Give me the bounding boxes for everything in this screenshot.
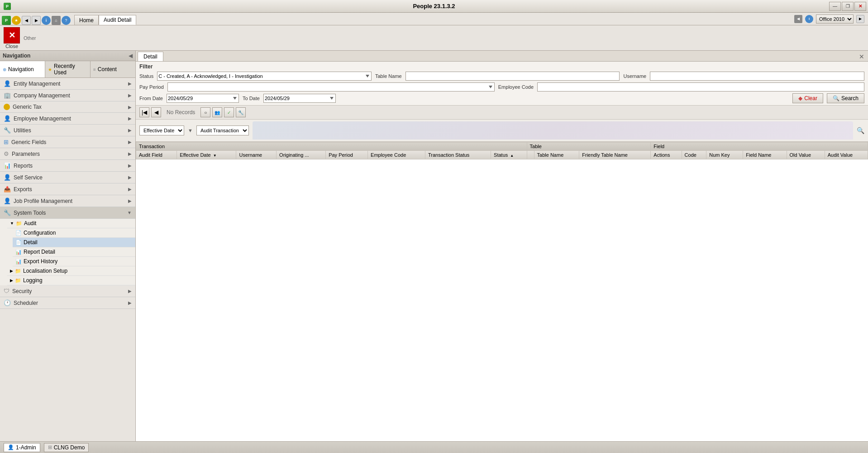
th-transaction-status[interactable]: Transaction Status bbox=[425, 151, 491, 159]
grid-first-btn[interactable]: |◀ bbox=[139, 107, 149, 117]
tree-item-configuration[interactable]: 📄 Configuration bbox=[13, 228, 135, 238]
grid-btn-4[interactable]: 👥 bbox=[212, 107, 222, 117]
th-actions[interactable]: Actions bbox=[651, 151, 682, 159]
grid-prev-btn[interactable]: ◀ bbox=[151, 107, 161, 117]
circle-icon: ○ bbox=[204, 110, 207, 115]
th-originating[interactable]: Originating ... bbox=[277, 151, 326, 159]
nav-back[interactable]: ◀ bbox=[22, 16, 31, 25]
audit-expand-icon: ▼ bbox=[10, 221, 14, 226]
search-button[interactable]: 🔍 Search bbox=[827, 93, 864, 103]
sidebar-item-generic-fields[interactable]: ⊞ Generic Fields ▶ bbox=[0, 136, 135, 148]
info-icon[interactable]: i bbox=[42, 16, 51, 25]
audit-table: Transaction Table Field Audit Field Effe… bbox=[136, 142, 868, 159]
audit-parent[interactable]: ▼ 📁 Audit bbox=[7, 219, 135, 228]
grid-btn-3[interactable]: ○ bbox=[200, 107, 210, 117]
th-table-name[interactable]: Table Name bbox=[534, 151, 579, 159]
th-friendly-table-name[interactable]: Friendly Table Name bbox=[579, 151, 651, 159]
company-mgmt-label: Company Management bbox=[14, 92, 70, 99]
sidebar-item-security[interactable]: 🛡 Security ▶ bbox=[0, 285, 135, 297]
th-group-field: Field bbox=[651, 142, 868, 151]
table-name-input[interactable] bbox=[405, 72, 620, 81]
th-code[interactable]: Code bbox=[682, 151, 706, 159]
close-window-button[interactable]: ✕ bbox=[854, 2, 866, 11]
restore-button[interactable]: ❐ bbox=[842, 2, 854, 11]
table-search-icon[interactable]: 🔍 bbox=[857, 127, 864, 134]
tab-audit-detail[interactable]: Audit Detail bbox=[99, 15, 136, 25]
people-icon: 👥 bbox=[215, 110, 220, 115]
sidebar-item-employee-management[interactable]: 👤 Employee Management ▶ bbox=[0, 113, 135, 125]
sidebar-tab-recently-used[interactable]: ★ Recently Used bbox=[45, 61, 91, 77]
tab-nav-left[interactable]: ◀ bbox=[794, 15, 802, 23]
reports-arrow: ▶ bbox=[128, 163, 132, 168]
admin-label: 1-Admin bbox=[16, 444, 36, 451]
sidebar-item-utilities[interactable]: 🔧 Utilities ▶ bbox=[0, 125, 135, 136]
sidebar-item-entity-management[interactable]: 👤 Entity Management ▶ bbox=[0, 78, 135, 90]
th-field-name[interactable]: Field Name bbox=[743, 151, 787, 159]
grid-btn-6[interactable]: 🔧 bbox=[236, 107, 246, 117]
home-icon[interactable]: ⌂ bbox=[52, 16, 61, 25]
employee-mgmt-icon: 👤 bbox=[4, 115, 11, 122]
office-select[interactable]: Office 2010 bbox=[816, 14, 854, 24]
logging-parent[interactable]: ▶ 📁 Logging bbox=[7, 276, 135, 285]
exports-arrow: ▶ bbox=[128, 187, 132, 192]
close-button[interactable]: ✕ bbox=[4, 27, 20, 43]
status-select[interactable]: C - Created, A - Acknowledged, I - Inves… bbox=[157, 72, 372, 81]
nav-icon-1[interactable]: ★ bbox=[12, 16, 21, 25]
sidebar-item-system-tools[interactable]: 🔧 System Tools ▼ bbox=[0, 207, 135, 219]
sidebar-item-scheduler[interactable]: 🕐 Scheduler ▶ bbox=[0, 297, 135, 309]
sidebar-tab-navigation[interactable]: ⊕ Navigation bbox=[0, 61, 45, 77]
th-audit-value[interactable]: Audit Value bbox=[825, 151, 868, 159]
sidebar-item-exports[interactable]: 📤 Exports ▶ bbox=[0, 183, 135, 195]
search-icon: 🔍 bbox=[833, 95, 839, 101]
tab-home[interactable]: Home bbox=[74, 15, 99, 25]
audit-group: ▼ 📁 Audit 📄 Configuration 📄 Detail bbox=[7, 219, 135, 266]
parameters-label: Parameters bbox=[12, 151, 40, 157]
th-status[interactable]: Status ▲ bbox=[491, 151, 527, 159]
th-old-value[interactable]: Old Value bbox=[787, 151, 825, 159]
close-group: ✕ Close bbox=[4, 27, 20, 49]
window-icon: P bbox=[4, 3, 11, 10]
generic-fields-label: Generic Fields bbox=[11, 139, 46, 145]
grid-btn-5[interactable]: ✓ bbox=[224, 107, 234, 117]
panel-tab-detail[interactable]: Detail bbox=[138, 52, 163, 61]
nav-forward[interactable]: ▶ bbox=[32, 16, 41, 25]
th-num-key[interactable]: Num Key bbox=[706, 151, 743, 159]
tab-info-icon: i bbox=[805, 15, 813, 23]
th-effective-date[interactable]: Effective Date ▼ bbox=[177, 151, 236, 159]
tree-item-report-detail[interactable]: 📊 Report Detail bbox=[13, 247, 135, 257]
th-username[interactable]: Username bbox=[236, 151, 277, 159]
sidebar-item-company-management[interactable]: 🏢 Company Management ▶ bbox=[0, 90, 135, 101]
prev-icon: ◀ bbox=[154, 109, 158, 116]
audit-transaction-dropdown[interactable]: Audit Transaction bbox=[196, 125, 249, 135]
status-admin[interactable]: 👤 1-Admin bbox=[4, 443, 40, 452]
sidebar-collapse-icon[interactable]: ◀ bbox=[129, 53, 133, 59]
status-demo[interactable]: ⊞ CLNG Demo bbox=[44, 443, 89, 452]
help-icon[interactable]: ? bbox=[62, 16, 71, 25]
tree-item-export-history[interactable]: 📊 Export History bbox=[13, 257, 135, 266]
tab-nav-right[interactable]: ▶ bbox=[856, 15, 864, 23]
sidebar-item-job-profile[interactable]: 👤 Job Profile Management ▶ bbox=[0, 195, 135, 207]
localisation-parent[interactable]: ▶ 📁 Localisation Setup bbox=[7, 266, 135, 276]
th-audit-field[interactable]: Audit Field bbox=[136, 151, 177, 159]
employee-code-input[interactable] bbox=[537, 82, 864, 92]
sidebar-tab-content[interactable]: ≡ Content bbox=[91, 61, 135, 77]
username-input[interactable] bbox=[650, 72, 864, 81]
th-employee-code[interactable]: Employee Code bbox=[368, 151, 425, 159]
sidebar-item-self-service[interactable]: 👤 Self Service ▶ bbox=[0, 172, 135, 183]
effective-date-dropdown[interactable]: Effective Date bbox=[139, 125, 184, 135]
system-tools-icon: 🔧 bbox=[4, 209, 11, 216]
job-profile-arrow: ▶ bbox=[128, 198, 132, 203]
tree-item-detail[interactable]: 📄 Detail bbox=[13, 238, 135, 247]
to-date-select[interactable]: 2024/05/29 bbox=[263, 94, 336, 103]
panel-close-button[interactable]: ✕ bbox=[857, 52, 866, 61]
sidebar-item-generic-tax[interactable]: Generic Tax ▶ bbox=[0, 101, 135, 113]
from-date-select[interactable]: 2024/05/29 bbox=[167, 94, 239, 103]
sidebar-item-reports[interactable]: 📊 Reports ▶ bbox=[0, 160, 135, 172]
data-table-container[interactable]: Transaction Table Field Audit Field Effe… bbox=[136, 142, 868, 441]
pay-period-select[interactable] bbox=[167, 82, 495, 92]
clear-button[interactable]: ◆ Clear bbox=[792, 93, 823, 103]
th-pay-period[interactable]: Pay Period bbox=[326, 151, 368, 159]
minimize-button[interactable]: — bbox=[829, 2, 841, 11]
sidebar-item-parameters[interactable]: ⚙ Parameters ▶ bbox=[0, 148, 135, 160]
security-icon: 🛡 bbox=[4, 288, 10, 294]
